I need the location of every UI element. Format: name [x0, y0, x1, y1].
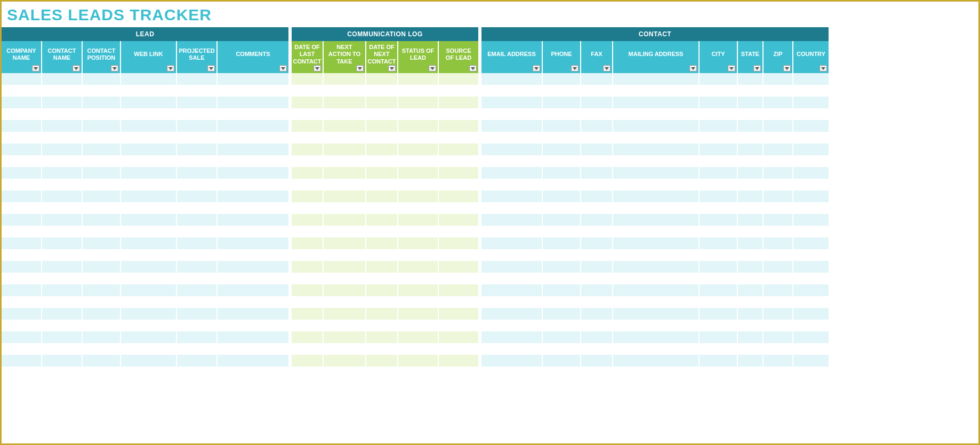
table-cell[interactable]: [42, 108, 83, 120]
table-cell[interactable]: [439, 155, 479, 167]
table-cell[interactable]: [292, 167, 324, 179]
table-cell[interactable]: [764, 237, 793, 249]
table-cell[interactable]: [543, 202, 581, 214]
table-cell[interactable]: [42, 296, 83, 308]
table-cell[interactable]: [42, 120, 83, 132]
table-cell[interactable]: [439, 214, 479, 226]
table-cell[interactable]: [439, 320, 479, 331]
table-cell[interactable]: [481, 167, 543, 179]
table-cell[interactable]: [481, 155, 543, 167]
table-cell[interactable]: [439, 249, 479, 261]
table-cell[interactable]: [398, 261, 439, 273]
table-cell[interactable]: [366, 73, 398, 85]
table-cell[interactable]: [177, 120, 218, 132]
table-cell[interactable]: [83, 367, 121, 378]
table-cell[interactable]: [121, 214, 177, 226]
table-cell[interactable]: [218, 261, 290, 273]
table-cell[interactable]: [738, 355, 764, 367]
table-cell[interactable]: [613, 214, 700, 226]
column-header[interactable]: STATUS OF LEAD: [398, 41, 439, 73]
table-cell[interactable]: [439, 120, 479, 132]
table-cell[interactable]: [613, 320, 700, 331]
table-cell[interactable]: [738, 367, 764, 378]
table-cell[interactable]: [793, 190, 830, 202]
table-cell[interactable]: [581, 132, 613, 144]
filter-dropdown-icon[interactable]: [73, 65, 80, 71]
table-cell[interactable]: [218, 202, 290, 214]
table-cell[interactable]: [700, 331, 738, 343]
table-cell[interactable]: [292, 355, 324, 367]
table-cell[interactable]: [581, 331, 613, 343]
table-cell[interactable]: [366, 343, 398, 355]
table-cell[interactable]: [292, 237, 324, 249]
table-cell[interactable]: [543, 249, 581, 261]
table-cell[interactable]: [324, 261, 366, 273]
filter-dropdown-icon[interactable]: [111, 65, 118, 71]
table-cell[interactable]: [613, 296, 700, 308]
table-cell[interactable]: [292, 155, 324, 167]
table-cell[interactable]: [581, 296, 613, 308]
table-cell[interactable]: [218, 85, 290, 97]
table-cell[interactable]: [764, 132, 793, 144]
table-cell[interactable]: [42, 237, 83, 249]
table-cell[interactable]: [700, 73, 738, 85]
table-cell[interactable]: [738, 320, 764, 331]
table-cell[interactable]: [439, 261, 479, 273]
table-cell[interactable]: [177, 97, 218, 108]
table-cell[interactable]: [42, 132, 83, 144]
table-cell[interactable]: [793, 144, 830, 155]
filter-dropdown-icon[interactable]: [167, 65, 174, 71]
table-cell[interactable]: [439, 284, 479, 296]
table-cell[interactable]: [42, 214, 83, 226]
table-cell[interactable]: [42, 97, 83, 108]
table-cell[interactable]: [439, 296, 479, 308]
filter-dropdown-icon[interactable]: [533, 65, 540, 71]
table-cell[interactable]: [292, 85, 324, 97]
table-cell[interactable]: [439, 85, 479, 97]
table-cell[interactable]: [324, 331, 366, 343]
table-cell[interactable]: [398, 226, 439, 237]
filter-dropdown-icon[interactable]: [279, 65, 287, 71]
table-cell[interactable]: [793, 308, 830, 320]
table-cell[interactable]: [324, 132, 366, 144]
table-cell[interactable]: [366, 261, 398, 273]
table-cell[interactable]: [42, 261, 83, 273]
table-cell[interactable]: [738, 132, 764, 144]
table-cell[interactable]: [398, 108, 439, 120]
table-cell[interactable]: [83, 284, 121, 296]
table-cell[interactable]: [398, 132, 439, 144]
column-header[interactable]: COMPANY NAME: [2, 41, 42, 73]
table-cell[interactable]: [581, 155, 613, 167]
table-cell[interactable]: [366, 273, 398, 284]
table-cell[interactable]: [793, 237, 830, 249]
table-cell[interactable]: [543, 97, 581, 108]
column-header[interactable]: PHONE: [543, 41, 581, 73]
table-cell[interactable]: [177, 73, 218, 85]
table-cell[interactable]: [2, 97, 42, 108]
table-cell[interactable]: [764, 249, 793, 261]
filter-dropdown-icon[interactable]: [728, 65, 735, 71]
table-cell[interactable]: [292, 296, 324, 308]
table-cell[interactable]: [218, 367, 290, 378]
table-cell[interactable]: [738, 343, 764, 355]
table-cell[interactable]: [292, 179, 324, 190]
table-cell[interactable]: [292, 214, 324, 226]
table-cell[interactable]: [543, 296, 581, 308]
table-cell[interactable]: [700, 296, 738, 308]
table-cell[interactable]: [581, 226, 613, 237]
table-cell[interactable]: [581, 108, 613, 120]
table-cell[interactable]: [2, 343, 42, 355]
table-cell[interactable]: [581, 343, 613, 355]
table-cell[interactable]: [481, 202, 543, 214]
filter-dropdown-icon[interactable]: [388, 65, 396, 71]
table-cell[interactable]: [42, 144, 83, 155]
table-cell[interactable]: [83, 155, 121, 167]
table-cell[interactable]: [121, 120, 177, 132]
table-cell[interactable]: [366, 108, 398, 120]
table-cell[interactable]: [613, 132, 700, 144]
table-cell[interactable]: [2, 226, 42, 237]
table-cell[interactable]: [764, 108, 793, 120]
table-cell[interactable]: [2, 367, 42, 378]
table-cell[interactable]: [366, 355, 398, 367]
table-cell[interactable]: [481, 179, 543, 190]
